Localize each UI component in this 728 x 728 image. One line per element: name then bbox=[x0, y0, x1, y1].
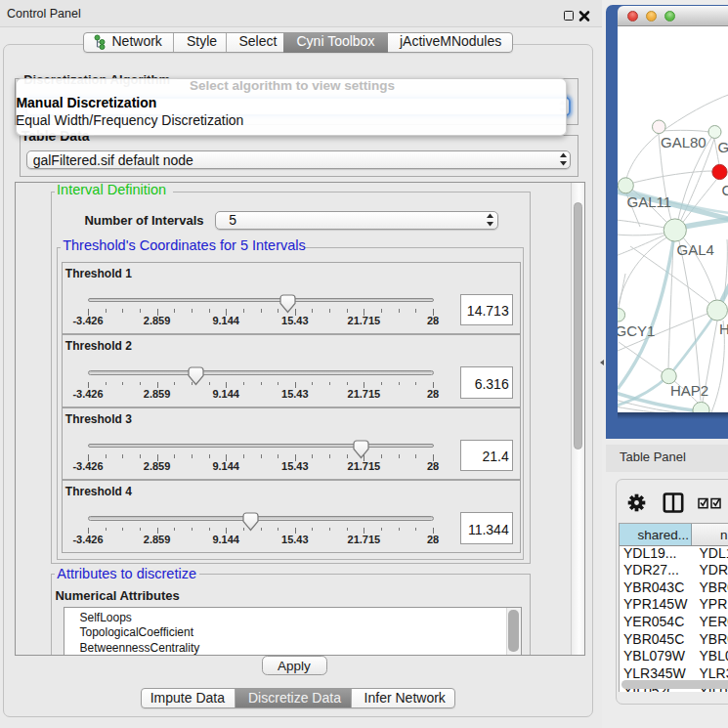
svg-text:HAP2: HAP2 bbox=[670, 382, 708, 399]
svg-text:GAL4: GAL4 bbox=[677, 241, 714, 258]
svg-text:GA: GA bbox=[718, 139, 728, 155]
svg-text:GAL11: GAL11 bbox=[627, 193, 672, 210]
svg-text:GCY1: GCY1 bbox=[618, 322, 655, 339]
svg-text:GAL80: GAL80 bbox=[661, 134, 707, 150]
svg-text:C: C bbox=[722, 182, 728, 198]
svg-text:HI: HI bbox=[719, 321, 728, 337]
